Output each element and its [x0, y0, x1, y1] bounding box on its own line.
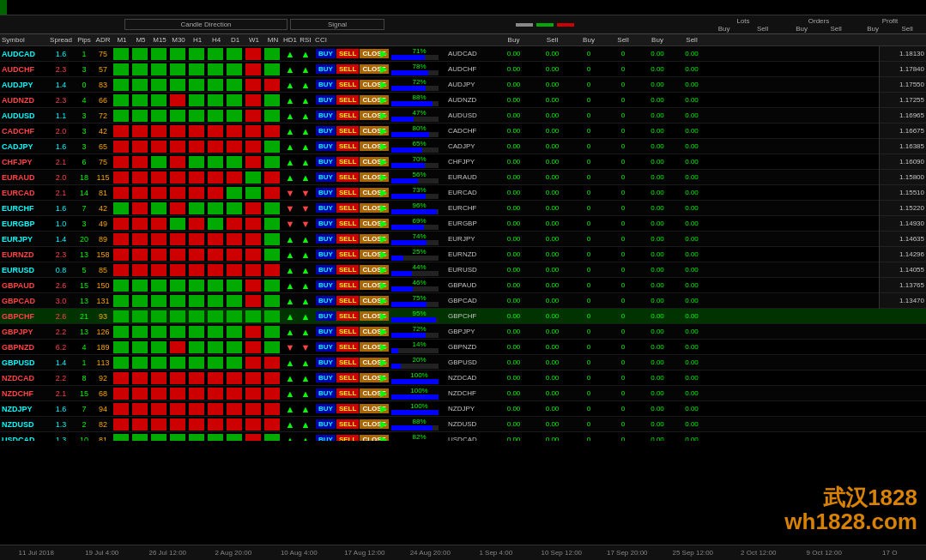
- sell-label[interactable]: SELL: [336, 95, 359, 105]
- candle-box: [132, 357, 148, 369]
- sell-label[interactable]: SELL: [336, 219, 359, 228]
- buy-label[interactable]: BUY: [316, 435, 336, 441]
- candle-box: [264, 156, 280, 168]
- close-loss-button[interactable]: [557, 23, 574, 27]
- buy-label[interactable]: BUY: [316, 80, 336, 89]
- table-row: CHFJPY 2.1 6 75 ▲ ▲ ▼ BUY SELL CLOSE ▶ 7…: [0, 154, 926, 170]
- cell-ord-buy: 0: [572, 328, 606, 335]
- cell-pct: 72%: [391, 78, 447, 91]
- buy-label[interactable]: BUY: [316, 250, 336, 259]
- buy-label[interactable]: BUY: [316, 203, 336, 213]
- cell-bsc: BUY SELL CLOSE: [329, 64, 376, 74]
- col-m30: M30: [169, 36, 188, 44]
- buy-label[interactable]: BUY: [316, 388, 336, 398]
- sell-label[interactable]: SELL: [336, 311, 359, 321]
- sell-label[interactable]: SELL: [336, 388, 359, 398]
- buy-label[interactable]: BUY: [316, 234, 336, 244]
- sell-label[interactable]: SELL: [336, 358, 359, 367]
- buy-label[interactable]: BUY: [316, 280, 336, 290]
- sell-label[interactable]: SELL: [336, 296, 359, 305]
- cell-symbol: GBPAUD: [0, 281, 47, 290]
- sell-label[interactable]: SELL: [336, 142, 359, 151]
- cell-rsi: ▲: [298, 126, 313, 136]
- cell-pct: 73%: [391, 186, 447, 199]
- buy-label[interactable]: BUY: [316, 95, 336, 105]
- cell-ord-sell: 0: [606, 297, 640, 304]
- cell-hd1: ▼: [282, 342, 298, 352]
- candle-box: [151, 310, 166, 322]
- cell-adr: 57: [94, 65, 112, 74]
- sell-label[interactable]: SELL: [336, 342, 359, 352]
- candle-box: [151, 357, 166, 369]
- candle-box: [132, 202, 148, 214]
- candle-box: [245, 218, 261, 230]
- cell-bsc: BUY SELL CLOSE: [329, 142, 376, 151]
- timeline-label: 9 Oct 12:00: [791, 549, 857, 557]
- buy-label[interactable]: BUY: [316, 49, 336, 58]
- candle-box: [245, 110, 261, 122]
- sell-label[interactable]: SELL: [336, 280, 359, 290]
- candle-box: [245, 156, 261, 168]
- sell-label[interactable]: SELL: [336, 234, 359, 244]
- candle-box: [227, 94, 242, 106]
- buy-label[interactable]: BUY: [316, 358, 336, 367]
- sell-label[interactable]: SELL: [336, 80, 359, 89]
- buy-label[interactable]: BUY: [316, 419, 336, 429]
- sell-label[interactable]: SELL: [336, 203, 359, 213]
- sell-label[interactable]: SELL: [336, 157, 359, 166]
- col-ord-buy: Buy: [572, 36, 606, 44]
- table-row: GBPCHF 2.6 21 93 ▲ ▲ ▼ BUY SELL CLOSE ▶ …: [0, 309, 926, 324]
- buy-label[interactable]: BUY: [316, 219, 336, 228]
- cell-pft-buy: 0.00: [640, 142, 675, 150]
- cell-rsi: ▼: [298, 342, 313, 352]
- sell-label[interactable]: SELL: [336, 172, 359, 182]
- cell-pft-sell: 0.00: [675, 358, 709, 366]
- sell-label[interactable]: SELL: [336, 265, 359, 274]
- candle-box: [113, 63, 129, 75]
- buy-label[interactable]: BUY: [316, 172, 336, 182]
- sell-label[interactable]: SELL: [336, 419, 359, 429]
- timeline-label: 17 O: [857, 549, 923, 557]
- buy-label[interactable]: BUY: [316, 126, 336, 135]
- cell-lots-sell: 0.00: [533, 374, 572, 382]
- candle-box: [189, 233, 204, 245]
- buy-label[interactable]: BUY: [316, 327, 336, 336]
- buy-label[interactable]: BUY: [316, 296, 336, 305]
- cell-lots-sell: 0.00: [533, 81, 572, 88]
- sell-label[interactable]: SELL: [336, 435, 359, 441]
- sell-label[interactable]: SELL: [336, 111, 359, 120]
- buy-label[interactable]: BUY: [316, 188, 336, 197]
- buy-label[interactable]: BUY: [316, 111, 336, 120]
- sell-label[interactable]: SELL: [336, 404, 359, 413]
- cell-arrow: ▶: [376, 141, 391, 152]
- cell-ord-sell: 0: [606, 220, 640, 227]
- buy-label[interactable]: BUY: [316, 311, 336, 321]
- close-profit-button[interactable]: [536, 23, 554, 27]
- buy-label[interactable]: BUY: [316, 157, 336, 166]
- candle-box: [189, 264, 204, 276]
- candle-box: [264, 233, 280, 245]
- buy-label[interactable]: BUY: [316, 404, 336, 413]
- cell-bsc: BUY SELL CLOSE: [329, 280, 376, 290]
- cell-bsc: BUY SELL CLOSE: [329, 126, 376, 135]
- buy-label[interactable]: BUY: [316, 64, 336, 74]
- cell-arrow: ▶: [376, 233, 391, 244]
- sell-label[interactable]: SELL: [336, 250, 359, 259]
- cell-lots-buy: 0.00: [494, 235, 533, 243]
- sell-label[interactable]: SELL: [336, 64, 359, 74]
- sell-label[interactable]: SELL: [336, 188, 359, 197]
- sell-label[interactable]: SELL: [336, 373, 359, 382]
- sell-label[interactable]: SELL: [336, 126, 359, 135]
- cell-rsi: ▲: [298, 404, 313, 414]
- buy-label[interactable]: BUY: [316, 373, 336, 382]
- buy-label[interactable]: BUY: [316, 142, 336, 151]
- buy-label[interactable]: BUY: [316, 342, 336, 352]
- sell-label[interactable]: SELL: [336, 327, 359, 336]
- close-all-button[interactable]: [516, 23, 533, 27]
- sell-label[interactable]: SELL: [336, 49, 359, 58]
- cell-bsc: BUY SELL CLOSE: [329, 203, 376, 213]
- cell-hd1: ▲: [282, 265, 298, 275]
- cell-arrow: ▶: [376, 403, 391, 414]
- candle-box: [208, 295, 223, 307]
- buy-label[interactable]: BUY: [316, 265, 336, 274]
